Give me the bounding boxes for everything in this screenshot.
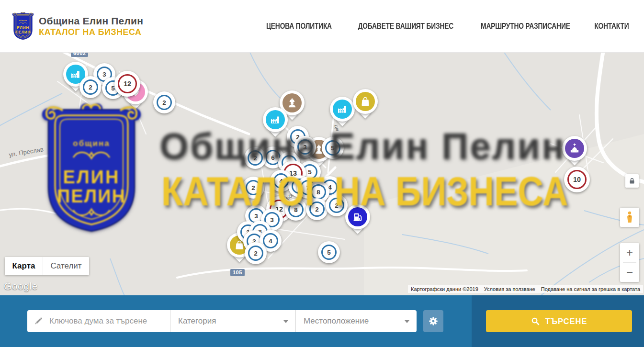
factory-icon bbox=[270, 114, 281, 125]
site-logo[interactable]: община ЕЛИН ПЕЛИН Община Елин Пелин КАТА… bbox=[12, 12, 147, 41]
pin-fuel[interactable] bbox=[345, 204, 370, 229]
cluster-marker[interactable]: 5 bbox=[322, 137, 344, 159]
cluster-marker[interactable]: 2 bbox=[244, 147, 266, 169]
main-nav: ЦЕНОВА ПОЛИТИКА ДОБАВЕТЕ ВАШИЯТ БИЗНЕС М… bbox=[263, 22, 631, 30]
map-canvas[interactable]: 6002 105 ул. Преслав бул. „Новосел ци 3 … bbox=[0, 53, 644, 295]
nav-add-your-business[interactable]: ДОБАВЕТЕ ВАШИЯТ БИЗНЕС bbox=[358, 22, 453, 30]
municipality-crest-logo: община ЕЛИН ПЕЛИН bbox=[12, 12, 34, 41]
nav-route-schedule[interactable]: МАРШРУТНО РАЗПИСАНИЕ bbox=[481, 22, 570, 30]
site-subtitle: КАТАЛОГ НА БИЗНЕСА bbox=[39, 27, 141, 37]
cluster-marker[interactable]: 2 bbox=[245, 242, 267, 264]
construction-worker-icon bbox=[286, 97, 298, 109]
factory-icon bbox=[70, 68, 81, 80]
pegman-icon bbox=[625, 211, 634, 224]
lock-button[interactable] bbox=[625, 174, 639, 188]
search-submit-button[interactable]: ТЪРСЕНЕ bbox=[486, 310, 632, 332]
lock-icon bbox=[629, 178, 635, 184]
google-logo[interactable]: Google bbox=[4, 280, 38, 292]
cluster-marker[interactable]: 2 bbox=[326, 194, 348, 216]
location-select[interactable]: Местоположение bbox=[296, 310, 417, 332]
pin-factory[interactable] bbox=[263, 107, 288, 132]
search-submit-label: ТЪРСЕНЕ bbox=[545, 317, 588, 326]
site-header: община ЕЛИН ПЕЛИН Община Елин Пелин КАТА… bbox=[0, 0, 644, 53]
map-attribution: Картографски данни ©2019 Условия за полз… bbox=[408, 285, 643, 293]
pencil-icon bbox=[27, 310, 49, 332]
site-title: Община Елин Пелин bbox=[39, 15, 147, 27]
chevron-down-icon bbox=[283, 320, 288, 323]
cluster-marker[interactable]: 12 bbox=[114, 71, 140, 97]
attribution-report-link[interactable]: Подаване на сигнал за грешка в картата bbox=[538, 285, 643, 293]
svg-text:ПЕЛИН: ПЕЛИН bbox=[15, 30, 30, 34]
map-type-satellite-button[interactable]: Сателит bbox=[43, 257, 89, 275]
cluster-marker[interactable]: 5 bbox=[318, 241, 340, 263]
category-select[interactable]: Категория bbox=[170, 310, 295, 332]
svg-text:община: община bbox=[19, 20, 27, 22]
zoom-in-button[interactable]: + bbox=[620, 243, 639, 262]
search-form: Категория Местоположение bbox=[27, 310, 417, 332]
map-type-control: Карта Сателит bbox=[5, 257, 89, 275]
pin-church[interactable] bbox=[562, 136, 587, 161]
nav-pricing-policy[interactable]: ЦЕНОВА ПОЛИТИКА bbox=[266, 22, 332, 30]
zoom-out-button[interactable]: − bbox=[620, 263, 639, 282]
cluster-marker[interactable]: 2 bbox=[153, 91, 175, 113]
factory-icon bbox=[337, 103, 348, 115]
location-select-value: Местоположение bbox=[304, 316, 369, 326]
cluster-marker[interactable]: 3 bbox=[294, 136, 316, 158]
cluster-marker[interactable]: 2 bbox=[79, 76, 102, 98]
nav-contacts[interactable]: КОНТАКТИ bbox=[595, 22, 629, 30]
search-panel: Категория Местоположение ТЪРСЕНЕ bbox=[0, 295, 644, 347]
pin-factory[interactable] bbox=[330, 97, 355, 122]
shopping-bag-icon bbox=[360, 96, 371, 107]
cluster-marker[interactable]: 2 bbox=[242, 177, 264, 199]
advanced-search-button[interactable] bbox=[423, 310, 443, 332]
chevron-down-icon bbox=[405, 320, 409, 323]
road-badge-105: 105 bbox=[230, 269, 245, 276]
cluster-marker[interactable]: 10 bbox=[564, 167, 590, 192]
street-view-pegman-button[interactable] bbox=[620, 208, 639, 227]
svg-text:ЕЛИН: ЕЛИН bbox=[17, 26, 29, 30]
church-icon bbox=[569, 143, 580, 154]
attribution-terms-link[interactable]: Условия за ползване bbox=[481, 285, 538, 293]
gear-icon bbox=[428, 316, 439, 326]
pin-shopping[interactable] bbox=[353, 89, 378, 114]
search-icon bbox=[531, 317, 540, 326]
category-select-value: Категория bbox=[178, 316, 216, 326]
search-keyword-input[interactable] bbox=[49, 310, 170, 332]
cluster-marker[interactable]: 2 bbox=[306, 198, 328, 220]
road-badge-6002: 6002 bbox=[71, 53, 88, 57]
map-type-map-button[interactable]: Карта bbox=[5, 257, 43, 275]
attribution-copyright: Картографски данни ©2019 bbox=[408, 285, 481, 293]
fuel-station-icon bbox=[352, 211, 363, 223]
cluster-marker[interactable]: 8 bbox=[285, 199, 307, 221]
zoom-control: + − bbox=[620, 243, 639, 282]
